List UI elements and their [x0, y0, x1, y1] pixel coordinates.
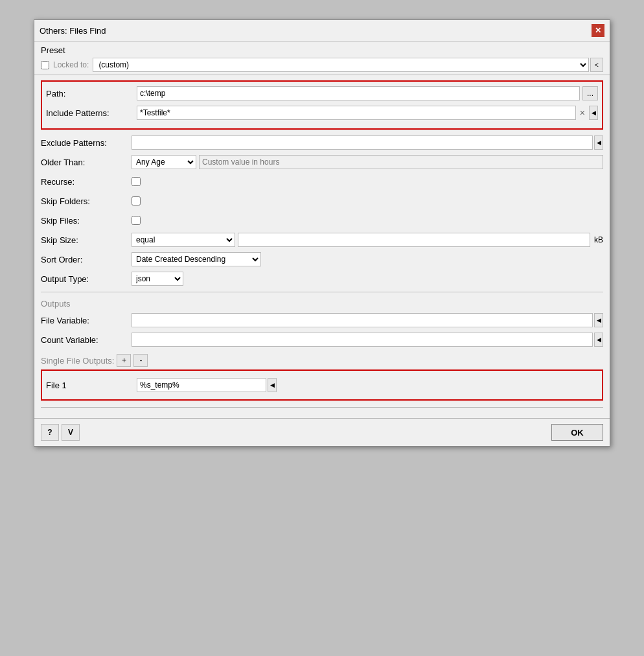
footer-left: ? V	[41, 424, 80, 441]
dialog: Others: Files Find ✕ Preset Locked to: (…	[34, 19, 610, 447]
skip-files-label: Skip Files:	[41, 216, 132, 226]
skip-folders-row: Skip Folders:	[41, 193, 603, 209]
preset-label: Preset	[41, 45, 603, 55]
path-input-wrap: ...	[137, 86, 598, 100]
footer-right: OK	[551, 424, 603, 441]
include-patterns-row: Include Patterns: × ◀	[46, 105, 598, 121]
footer: ? V OK	[34, 418, 610, 446]
preset-section: Preset Locked to: (custom) <	[34, 41, 610, 75]
output-type-row: Output Type: json xml csv	[41, 271, 603, 287]
file1-label: File 1	[46, 381, 137, 390]
include-patterns-label: Include Patterns:	[46, 108, 137, 118]
older-than-label: Older Than:	[41, 158, 132, 167]
skip-files-row: Skip Files:	[41, 213, 603, 228]
output-type-label: Output Type:	[41, 274, 132, 284]
path-include-box: Path: ... Include Patterns: × ◀	[41, 80, 603, 130]
sort-order-row: Sort Order: Date Created Descending Date…	[41, 252, 603, 267]
main-content: Path: ... Include Patterns: × ◀ Exclude …	[34, 75, 610, 418]
locked-select-wrap: (custom) <	[93, 58, 603, 72]
file1-scroll[interactable]: ◀	[268, 378, 277, 392]
sort-order-select[interactable]: Date Created Descending Date Created Asc…	[132, 252, 261, 266]
locked-checkbox[interactable]	[41, 61, 49, 69]
exclude-scroll-button[interactable]: ◀	[594, 135, 603, 150]
recurse-row: Recurse:	[41, 174, 603, 189]
older-than-select[interactable]: Any Age 1 Hour 1 Day 1 Week Custom	[132, 155, 196, 169]
sort-order-wrap: Date Created Descending Date Created Asc…	[132, 252, 603, 266]
locked-arrow-button[interactable]: <	[590, 58, 603, 72]
title-bar: Others: Files Find ✕	[34, 20, 610, 41]
count-variable-label: Count Variable:	[41, 335, 132, 345]
add-file-button[interactable]: +	[117, 354, 131, 367]
file-variable-row: File Variable: ◀	[41, 312, 603, 328]
skip-files-checkbox[interactable]	[132, 216, 141, 225]
path-label: Path:	[46, 89, 137, 99]
output-type-select[interactable]: json xml csv	[132, 272, 183, 286]
path-input[interactable]	[137, 86, 580, 100]
output-type-wrap: json xml csv	[132, 272, 603, 286]
single-file-header: Single File Outputs: + -	[41, 354, 603, 367]
file-variable-label: File Variable:	[41, 316, 132, 325]
recurse-checkbox[interactable]	[132, 177, 141, 186]
locked-label: Locked to:	[53, 60, 89, 69]
dialog-title: Others: Files Find	[40, 26, 106, 36]
count-variable-wrap: ◀	[132, 333, 603, 347]
path-row: Path: ...	[46, 86, 598, 101]
include-scroll-button[interactable]: ◀	[589, 106, 598, 120]
include-patterns-wrap: × ◀	[137, 106, 598, 120]
skip-folders-checkbox[interactable]	[132, 196, 141, 205]
count-variable-input[interactable]	[132, 333, 593, 347]
help-button[interactable]: ?	[41, 424, 59, 441]
skip-folders-label: Skip Folders:	[41, 196, 132, 206]
older-than-row: Older Than: Any Age 1 Hour 1 Day 1 Week …	[41, 154, 603, 170]
validate-button[interactable]: V	[62, 424, 80, 441]
ok-button[interactable]: OK	[551, 424, 603, 441]
file1-input[interactable]	[137, 378, 266, 392]
file-variable-wrap: ◀	[132, 313, 603, 327]
file-variable-input[interactable]	[132, 313, 593, 327]
custom-hours-input[interactable]	[199, 155, 603, 169]
exclude-patterns-row: Exclude Patterns: ◀	[41, 135, 603, 150]
divider-1	[41, 292, 603, 292]
skip-size-select[interactable]: equal less than greater than	[132, 233, 235, 247]
exclude-patterns-label: Exclude Patterns:	[41, 138, 132, 148]
file1-row: File 1 ◀	[46, 376, 598, 394]
count-variable-scroll[interactable]: ◀	[594, 333, 603, 347]
locked-row: Locked to: (custom) <	[41, 58, 603, 72]
outputs-section-title: Outputs	[41, 299, 603, 309]
exclude-patterns-input[interactable]	[132, 135, 593, 150]
older-than-wrap: Any Age 1 Hour 1 Day 1 Week Custom	[132, 155, 603, 169]
include-patterns-input[interactable]	[137, 106, 576, 120]
close-button[interactable]: ✕	[592, 24, 604, 37]
divider-2	[41, 407, 603, 408]
file1-box: File 1 ◀	[41, 369, 603, 401]
skip-size-label: Skip Size:	[41, 235, 132, 245]
file-variable-scroll[interactable]: ◀	[594, 313, 603, 327]
locked-select[interactable]: (custom)	[93, 58, 589, 72]
count-variable-row: Count Variable: ◀	[41, 332, 603, 347]
recurse-label: Recurse:	[41, 177, 132, 187]
remove-file-button[interactable]: -	[133, 354, 148, 367]
sort-order-label: Sort Order:	[41, 255, 132, 264]
kb-label: kB	[594, 235, 603, 244]
skip-size-wrap: equal less than greater than kB	[132, 233, 603, 247]
skip-size-input[interactable]	[238, 233, 590, 247]
exclude-patterns-wrap: ◀	[132, 135, 603, 150]
include-clear-button[interactable]: ×	[577, 108, 588, 118]
file1-input-wrap: ◀	[137, 378, 277, 392]
single-file-label: Single File Outputs:	[41, 356, 114, 366]
skip-size-row: Skip Size: equal less than greater than …	[41, 232, 603, 248]
browse-button[interactable]: ...	[582, 86, 598, 100]
